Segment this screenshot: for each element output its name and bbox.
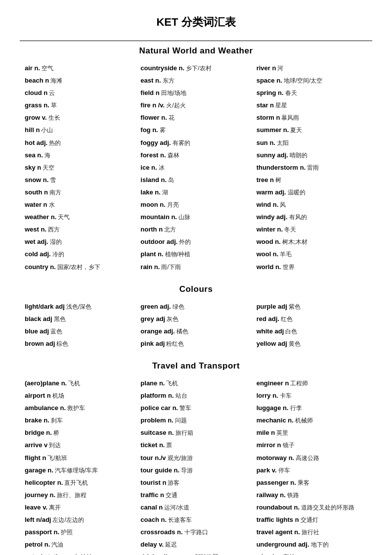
word-chinese: 离开 bbox=[49, 503, 61, 512]
word-chinese: 暴风雨 bbox=[281, 113, 299, 123]
word-english: mirror n bbox=[257, 440, 281, 451]
word-english: light/dark adj bbox=[25, 301, 65, 312]
word-english: hot adj. bbox=[25, 138, 47, 148]
word-entry: arrive v到达 bbox=[25, 440, 135, 451]
word-entry: flower n.花 bbox=[140, 112, 251, 123]
word-english: (aero)plane n. bbox=[25, 378, 67, 389]
word-chinese: 停车 bbox=[278, 465, 290, 475]
word-chinese: 东方 bbox=[163, 76, 174, 86]
word-english: traffic lights n bbox=[257, 514, 299, 525]
word-entry: journey n.旅行、旅程 bbox=[25, 490, 135, 501]
word-entry: world n.世界 bbox=[257, 262, 367, 273]
word-entry: purple adj紫色 bbox=[257, 301, 367, 312]
word-chinese: 海 bbox=[44, 150, 50, 160]
word-english: windy adj. bbox=[257, 212, 288, 223]
word-entry: light/dark adj浅色/深色 bbox=[25, 301, 135, 312]
word-english: spring n. bbox=[257, 88, 284, 98]
word-english: brake n. bbox=[25, 415, 49, 426]
word-english: beach n bbox=[25, 75, 49, 86]
word-chinese: 小山 bbox=[41, 125, 53, 135]
word-english: tourist n bbox=[140, 477, 166, 488]
word-chinese: 问题 bbox=[175, 416, 187, 425]
word-english: plane n. bbox=[140, 378, 165, 389]
word-entry: hill n小山 bbox=[25, 125, 135, 136]
word-chinese: 驾驶执照 bbox=[195, 552, 218, 555]
word-entry: plant n.植物/种植 bbox=[140, 249, 251, 260]
word-english: delay v. bbox=[140, 539, 164, 550]
word-english: tree n bbox=[257, 175, 274, 185]
word-entry: air n.空气 bbox=[25, 63, 135, 74]
word-entry: leave v.离开 bbox=[25, 502, 135, 513]
word-chinese: 树 bbox=[275, 175, 281, 185]
word-chinese: 黄色 bbox=[289, 339, 301, 349]
word-chinese: 外的 bbox=[179, 237, 191, 247]
word-entry: left n/adj左边/左边的 bbox=[25, 514, 135, 525]
word-entry: lake n.湖 bbox=[140, 187, 251, 198]
word-entry: underground adj.地下的 bbox=[257, 539, 367, 550]
word-chinese: 雷雨 bbox=[307, 163, 319, 173]
word-entry: tour guide n.导游 bbox=[140, 465, 251, 476]
word-entry: airport n机场 bbox=[25, 390, 135, 401]
word-english: passenger n. bbox=[257, 477, 296, 488]
word-chinese: 十字路口 bbox=[184, 527, 208, 537]
word-english: sun n. bbox=[257, 138, 275, 148]
word-chinese: 游客 bbox=[168, 478, 179, 488]
word-entry: fog n.雾 bbox=[140, 125, 251, 136]
word-english: journey n. bbox=[25, 490, 55, 501]
word-english: garage n. bbox=[25, 465, 53, 476]
word-english: underground adj. bbox=[257, 539, 309, 550]
word-chinese: 海滩 bbox=[50, 76, 62, 86]
word-entry: rain n.雨/下雨 bbox=[140, 262, 251, 273]
word-entry: green adj.绿色 bbox=[140, 301, 251, 312]
word-chinese: 旅行社 bbox=[302, 527, 319, 537]
word-chinese: 飞机 bbox=[68, 378, 80, 388]
word-entry: snow n.雪 bbox=[25, 175, 135, 185]
word-chinese: 岛 bbox=[168, 175, 174, 185]
word-english: fire n /v. bbox=[140, 100, 165, 111]
word-entry: coach n.长途客车 bbox=[140, 514, 251, 525]
word-entry: wind n.风 bbox=[257, 199, 367, 210]
word-entry: plane n.飞机 bbox=[140, 378, 251, 389]
word-english: thunderstorm n. bbox=[257, 162, 306, 173]
word-chinese: 导游 bbox=[181, 465, 193, 475]
word-english: storm n bbox=[257, 112, 280, 123]
word-english: ambulance n. bbox=[25, 403, 66, 414]
word-entry: red adj.红色 bbox=[257, 314, 367, 324]
word-entry: outdoor adj.外的 bbox=[140, 236, 251, 247]
word-english: flower n. bbox=[140, 112, 167, 123]
word-english: traffic n bbox=[140, 490, 164, 501]
word-english: winter n. bbox=[257, 224, 283, 235]
word-chinese: 世界 bbox=[283, 262, 295, 272]
word-entry: river n河 bbox=[257, 63, 367, 74]
word-chinese: 地球/空间/太空 bbox=[284, 76, 323, 86]
word-english: grass n. bbox=[25, 100, 49, 111]
word-entry: problem n.问题 bbox=[140, 415, 251, 426]
word-chinese: 加油站 bbox=[75, 552, 92, 555]
word-english: wool n. bbox=[257, 249, 279, 260]
word-chinese: 田地/场地 bbox=[161, 88, 186, 98]
word-english: lake n. bbox=[140, 187, 160, 198]
word-entry: traffic n交通 bbox=[140, 490, 251, 501]
word-english: orange adj. bbox=[140, 326, 174, 337]
word-chinese: 树木;木材 bbox=[282, 237, 307, 247]
word-entry: mirror n镜子 bbox=[257, 440, 367, 451]
word-entry: black adj黑色 bbox=[25, 314, 135, 324]
word-entry: foggy adj.有雾的 bbox=[140, 138, 251, 148]
word-entry: south n南方 bbox=[25, 187, 135, 198]
word-english: yellow adj bbox=[257, 338, 287, 349]
word-entry: space n.地球/空间/太空 bbox=[257, 75, 367, 86]
word-entry: storm n暴风雨 bbox=[257, 112, 367, 123]
word-english: east n. bbox=[140, 75, 161, 86]
word-chinese: 行李 bbox=[290, 403, 302, 413]
word-chinese: 旅行、旅程 bbox=[57, 490, 87, 500]
word-entry: forest n.森林 bbox=[140, 150, 251, 161]
word-entry: cloud n云 bbox=[25, 88, 135, 98]
word-english: wind n. bbox=[257, 199, 279, 210]
word-chinese: 花 bbox=[169, 113, 174, 123]
word-entry: north n北方 bbox=[140, 224, 251, 235]
word-entry: wet adj.湿的 bbox=[25, 236, 135, 247]
word-english: helicopter n. bbox=[25, 477, 63, 488]
word-chinese: 春天 bbox=[285, 88, 297, 98]
word-entry: helicopter n.直升飞机 bbox=[25, 477, 135, 488]
word-entry: wool n.羊毛 bbox=[257, 249, 367, 260]
